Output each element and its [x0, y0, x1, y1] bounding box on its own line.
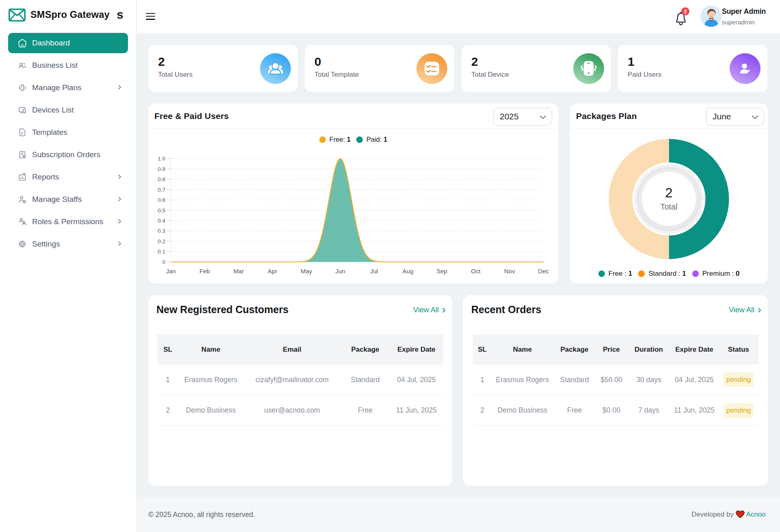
svg-text:Dec: Dec: [538, 268, 549, 275]
svg-text:Apr: Apr: [268, 268, 277, 275]
svg-text:0.7: 0.7: [158, 187, 165, 193]
svg-text:0.9: 0.9: [158, 166, 165, 172]
svg-text:Jun: Jun: [335, 268, 345, 275]
svg-text:Jul: Jul: [370, 268, 378, 275]
svg-text:Oct: Oct: [471, 268, 481, 275]
svg-text:0.5: 0.5: [158, 208, 165, 214]
svg-text:May: May: [301, 268, 312, 275]
svg-text:Feb: Feb: [199, 268, 210, 275]
svg-text:Total: Total: [660, 202, 677, 211]
svg-text:2: 2: [665, 185, 672, 200]
svg-text:Aug: Aug: [403, 268, 414, 275]
svg-text:0.6: 0.6: [158, 197, 165, 203]
svg-text:0: 0: [162, 259, 165, 265]
svg-text:Jan: Jan: [166, 268, 176, 275]
svg-text:0.3: 0.3: [158, 228, 165, 234]
svg-text:0.2: 0.2: [158, 238, 165, 244]
svg-text:Nov: Nov: [504, 268, 515, 275]
svg-text:1.0: 1.0: [158, 156, 165, 162]
svg-text:0.1: 0.1: [158, 249, 165, 255]
svg-text:Mar: Mar: [233, 268, 244, 275]
svg-text:Sep: Sep: [436, 268, 447, 275]
svg-text:0.8: 0.8: [158, 176, 165, 182]
svg-text:0.4: 0.4: [158, 218, 165, 224]
